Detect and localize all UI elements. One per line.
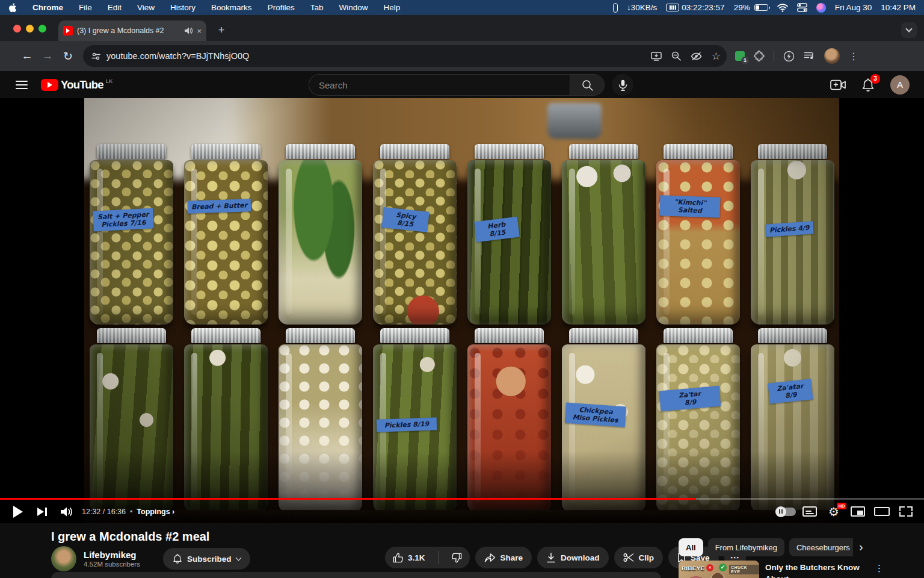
network-speed-indicator[interactable]: ↓30KB/s bbox=[627, 3, 657, 12]
menu-item-bookmarks[interactable]: Bookmarks bbox=[211, 3, 252, 12]
tab-audio-icon[interactable] bbox=[184, 27, 192, 34]
site-info-icon[interactable] bbox=[91, 52, 100, 60]
fullscreen-button[interactable] bbox=[894, 501, 918, 523]
timer-indicator[interactable]: 03:22:23:57 bbox=[666, 3, 724, 12]
video-player[interactable]: Salt + Pepper Pickles 7/16 Bread + Butte… bbox=[0, 98, 924, 523]
channel-avatar[interactable] bbox=[51, 546, 76, 571]
menu-item-window[interactable]: Window bbox=[339, 3, 368, 12]
menu-item-help[interactable]: Help bbox=[383, 3, 400, 12]
theater-mode-button[interactable] bbox=[870, 501, 894, 523]
window-close-button[interactable] bbox=[13, 25, 21, 33]
chapter-arrow-icon[interactable]: › bbox=[172, 508, 174, 516]
macos-screen: Chrome File Edit View History Bookmarks … bbox=[0, 0, 924, 578]
chips-next-arrow[interactable]: › bbox=[859, 540, 863, 553]
macos-menu-bar: Chrome File Edit View History Bookmarks … bbox=[0, 0, 924, 15]
address-bar[interactable]: youtube.com/watch?v=BJjTNhsjO0Q ☆ bbox=[83, 45, 727, 67]
profile-avatar[interactable] bbox=[824, 48, 840, 64]
create-video-icon[interactable] bbox=[830, 79, 846, 90]
like-dislike-bar: 3.1K bbox=[385, 547, 470, 568]
settings-button[interactable]: ⚙HD bbox=[822, 501, 846, 523]
peripheral-battery-icon[interactable] bbox=[613, 3, 618, 13]
voice-search-button[interactable] bbox=[612, 74, 633, 96]
url-text[interactable]: youtube.com/watch?v=BJjTNhsjO0Q bbox=[106, 51, 645, 61]
tab-search-button[interactable] bbox=[901, 22, 917, 38]
window-zoom-button[interactable] bbox=[38, 25, 46, 33]
like-count: 3.1K bbox=[408, 553, 425, 562]
search-input[interactable] bbox=[319, 80, 560, 90]
play-button[interactable] bbox=[6, 501, 30, 523]
tab-title: (3) I grew a Mcdonalds #2 bbox=[77, 26, 180, 35]
download-button[interactable]: Download bbox=[537, 547, 609, 568]
recommended-video[interactable]: RIBEYE × ✓ CHUCK EYE Only the Butchers K… bbox=[679, 561, 877, 578]
media-controls-icon[interactable] bbox=[804, 51, 815, 61]
reload-button[interactable]: ↻ bbox=[58, 46, 78, 66]
menu-item-tab[interactable]: Tab bbox=[310, 3, 324, 12]
tab-close-icon[interactable]: × bbox=[197, 26, 202, 36]
menu-item-edit[interactable]: Edit bbox=[108, 3, 122, 12]
guide-menu-icon[interactable] bbox=[16, 81, 28, 89]
subscriber-count: 4.52M subscribers bbox=[84, 561, 155, 568]
search-button[interactable] bbox=[570, 74, 605, 96]
next-button[interactable] bbox=[30, 501, 54, 523]
youtube-logo[interactable]: YouTube LK bbox=[41, 78, 112, 92]
chevron-down-icon bbox=[235, 555, 241, 561]
clip-button[interactable]: Clip bbox=[614, 547, 664, 568]
chrome-tab-strip: (3) I grew a Mcdonalds #2 × + bbox=[0, 15, 924, 41]
notification-count-badge: 3 bbox=[870, 74, 880, 84]
menu-item-history[interactable]: History bbox=[170, 3, 196, 12]
wifi-icon[interactable] bbox=[777, 4, 788, 12]
chip-from-channel[interactable]: From Lifebymikeg bbox=[708, 538, 784, 556]
chrome-menu-icon[interactable]: ⋮ bbox=[849, 51, 858, 62]
new-tab-button[interactable]: + bbox=[215, 25, 227, 37]
thumbs-up-icon bbox=[393, 553, 404, 563]
forward-button[interactable]: → bbox=[37, 46, 58, 66]
extensions-puzzle-icon[interactable] bbox=[754, 51, 765, 61]
menu-item-file[interactable]: File bbox=[79, 3, 92, 12]
like-button[interactable]: 3.1K bbox=[385, 547, 433, 568]
recommended-thumbnail[interactable]: RIBEYE × ✓ CHUCK EYE bbox=[679, 561, 759, 578]
account-avatar[interactable]: A bbox=[890, 75, 910, 95]
volume-button[interactable] bbox=[54, 501, 78, 523]
share-button[interactable]: Share bbox=[475, 547, 532, 568]
channel-name[interactable]: Lifebymikeg bbox=[84, 550, 155, 560]
chapter-title[interactable]: Toppings bbox=[137, 508, 170, 516]
subtitles-button[interactable] bbox=[798, 501, 822, 523]
apple-menu-icon[interactable] bbox=[8, 3, 17, 13]
thumbs-down-icon bbox=[451, 553, 462, 563]
install-app-icon[interactable] bbox=[651, 52, 662, 61]
battery-icon bbox=[754, 4, 768, 11]
autoplay-toggle[interactable] bbox=[774, 501, 798, 523]
window-minimize-button[interactable] bbox=[26, 25, 34, 33]
bookmark-star-icon[interactable]: ☆ bbox=[712, 50, 721, 63]
performance-icon[interactable] bbox=[783, 51, 795, 62]
chip-cheeseburgers[interactable]: Cheeseburgers bbox=[789, 538, 853, 556]
menu-item-view[interactable]: View bbox=[137, 3, 155, 12]
battery-indicator[interactable]: 29% bbox=[734, 3, 768, 12]
dislike-button[interactable] bbox=[443, 547, 470, 568]
ribeye-label: RIBEYE bbox=[682, 565, 704, 571]
miniplayer-button[interactable] bbox=[846, 501, 870, 523]
youtube-masthead: YouTube LK 3 A bbox=[0, 71, 924, 98]
control-center-icon[interactable] bbox=[797, 3, 807, 12]
password-eye-off-icon[interactable] bbox=[691, 52, 702, 61]
chip-all[interactable]: All bbox=[679, 538, 703, 556]
menu-item-profiles[interactable]: Profiles bbox=[268, 3, 295, 12]
download-icon bbox=[546, 553, 556, 563]
recommended-title[interactable]: Only the Butchers Know About These Cuts … bbox=[765, 562, 869, 578]
recommended-menu-icon[interactable]: ⋮ bbox=[875, 563, 884, 578]
butcher-face bbox=[710, 573, 725, 578]
green-check-icon: ✓ bbox=[719, 564, 727, 571]
extension-adblock-icon[interactable]: 1 bbox=[735, 51, 745, 61]
notifications-bell-icon[interactable]: 3 bbox=[861, 78, 875, 92]
menu-bar-clock: 10:42 PM bbox=[881, 3, 916, 12]
search-box[interactable] bbox=[309, 74, 570, 96]
zoom-out-icon[interactable] bbox=[671, 51, 681, 61]
chuck-eye-label: CHUCK EYE bbox=[729, 565, 759, 574]
subscribed-button[interactable]: Subscribed bbox=[163, 548, 250, 570]
menu-item-chrome[interactable]: Chrome bbox=[32, 3, 63, 12]
video-title: I grew a Mcdonalds #2 meal bbox=[51, 530, 209, 544]
browser-tab[interactable]: (3) I grew a Mcdonalds #2 × bbox=[58, 20, 206, 41]
description-box[interactable] bbox=[51, 572, 661, 578]
siri-icon[interactable] bbox=[816, 3, 826, 13]
back-button[interactable]: ← bbox=[17, 46, 37, 66]
